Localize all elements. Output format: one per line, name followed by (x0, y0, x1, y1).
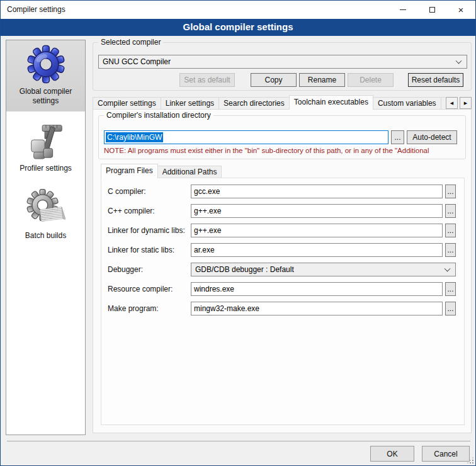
installation-directory-group-label: Compiler's installation directory (104, 111, 213, 120)
close-button[interactable]: × (446, 1, 475, 19)
minimize-icon (400, 9, 406, 10)
batch-builds-icon (26, 189, 65, 228)
program-label: Resource compiler: (108, 285, 191, 293)
titlebar: Compiler settings × (1, 1, 475, 19)
program-row-resource-compiler: Resource compiler:... (108, 282, 464, 296)
tab-custom-variables[interactable]: Custom variables (373, 97, 441, 110)
selected-compiler-group: Selected compiler GNU GCC Compiler Set a… (93, 42, 472, 91)
program-label: C++ compiler: (108, 207, 191, 215)
tab-scroll-right-button[interactable]: ▶ (460, 97, 472, 109)
program-label: Linker for dynamic libs: (108, 226, 191, 235)
program-row-linker-for-static-libs: Linker for static libs:... (108, 243, 464, 257)
main-tabstrip: Compiler settingsLinker settingsSearch d… (93, 95, 472, 110)
program-row-debugger: Debugger:GDB/CDB debugger : Default (108, 263, 464, 276)
selected-compiler-group-label: Selected compiler (98, 38, 163, 47)
page-title: Global compiler settings (1, 19, 475, 36)
autodetect-button[interactable]: Auto-detect (407, 130, 457, 144)
linker-for-static-libs-browse-button[interactable]: ... (445, 243, 456, 257)
sidebar-item-label: Global compiler settings (8, 87, 84, 106)
program-row-linker-for-dynamic-libs: Linker for dynamic libs:... (108, 224, 464, 237)
resource-compiler-input[interactable] (191, 282, 443, 296)
arrow-right-icon: ▶ (464, 101, 467, 106)
sidebar-item-label: Batch builds (8, 231, 84, 241)
tab-toolchain-executables[interactable]: Toolchain executables (289, 95, 373, 110)
program-row-make-program: Make program:... (108, 302, 464, 315)
tab-search-directories[interactable]: Search directories (218, 97, 290, 110)
installation-directory-browse-button[interactable]: ... (391, 130, 404, 144)
program-label: Linker for static libs: (108, 246, 191, 254)
installation-directory-input[interactable]: C:\raylib\MinGW (104, 130, 388, 144)
sidebar-item-batch-builds[interactable]: Batch builds (6, 185, 85, 246)
subtab-program-files[interactable]: Program Files (101, 164, 158, 178)
set-as-default-button: Set as default (179, 73, 235, 87)
sidebar: Global compiler settings Profiler settin… (6, 40, 86, 435)
tab-scroll-left-button[interactable]: ◀ (446, 97, 458, 109)
profiler-caliper-icon (26, 122, 65, 161)
resize-grip[interactable] (467, 457, 473, 463)
program-row-c-compiler: C++ compiler:... (108, 204, 464, 218)
dropdown-value: GDB/CDB debugger : Default (195, 265, 294, 274)
chevron-down-icon (445, 266, 451, 272)
program-subtabs: Program FilesAdditional Paths (101, 164, 221, 178)
linker-for-dynamic-libs-browse-button[interactable]: ... (445, 224, 456, 237)
tab-scroll-buttons: ◀ ▶ (446, 97, 472, 109)
compiler-settings-window: Compiler settings × Global compiler sett… (0, 0, 476, 466)
copy-button[interactable]: Copy (251, 73, 297, 87)
c-compiler-browse-button[interactable]: ... (445, 204, 456, 218)
debugger-dropdown[interactable]: GDB/CDB debugger : Default (191, 263, 456, 276)
cancel-button[interactable]: Cancel (422, 446, 470, 462)
minimize-button[interactable] (388, 1, 417, 19)
program-label: Debugger: (108, 265, 191, 274)
make-program-input[interactable] (191, 302, 443, 315)
program-row-c-compiler: C compiler:... (108, 185, 464, 198)
maximize-icon (429, 7, 435, 13)
program-label: Make program: (108, 304, 191, 313)
rename-button[interactable]: Rename (299, 73, 345, 87)
tab-linker-settings[interactable]: Linker settings (161, 97, 219, 110)
c-compiler-browse-button[interactable]: ... (445, 185, 456, 198)
linker-for-static-libs-input[interactable] (191, 243, 443, 257)
sidebar-item-global-compiler-settings[interactable]: Global compiler settings (6, 40, 85, 111)
compiler-select-value: GNU GCC Compiler (103, 57, 171, 66)
ok-button[interactable]: OK (370, 446, 414, 462)
installation-directory-note: NOTE: All programs must exist either in … (104, 147, 465, 154)
chevron-down-icon (456, 58, 462, 64)
footer-separator (7, 441, 470, 441)
window-title: Compiler settings (7, 1, 65, 19)
arrow-left-icon: ◀ (450, 101, 453, 106)
subtab-additional-paths[interactable]: Additional Paths (157, 166, 222, 178)
compiler-gear-icon (26, 45, 65, 84)
program-files-pane: C compiler:...C++ compiler:...Linker for… (101, 178, 465, 425)
installation-directory-group: Compiler's installation directory C:\ray… (98, 115, 466, 159)
resource-compiler-browse-button[interactable]: ... (445, 282, 456, 296)
close-icon: × (458, 5, 464, 14)
tab-build[interactable]: Build (441, 97, 445, 110)
program-label: C compiler: (108, 187, 191, 196)
c-compiler-input[interactable] (191, 185, 443, 198)
tab-compiler-settings[interactable]: Compiler settings (93, 97, 161, 110)
delete-button: Delete (348, 73, 394, 87)
compiler-select-dropdown[interactable]: GNU GCC Compiler (98, 55, 467, 69)
maximize-button[interactable] (417, 1, 446, 19)
make-program-browse-button[interactable]: ... (445, 302, 456, 315)
sidebar-item-label: Profiler settings (8, 164, 84, 173)
main-tabs: Compiler settingsLinker settingsSearch d… (93, 95, 445, 110)
installation-directory-value: C:\raylib\MinGW (106, 132, 163, 142)
reset-defaults-button[interactable]: Reset defaults (408, 73, 463, 87)
caption-buttons: × (388, 1, 475, 19)
toolchain-executables-pane: Compiler's installation directory C:\ray… (93, 109, 472, 433)
c-compiler-input[interactable] (191, 204, 443, 218)
linker-for-dynamic-libs-input[interactable] (191, 224, 443, 237)
sidebar-item-profiler-settings[interactable]: Profiler settings (6, 117, 85, 179)
